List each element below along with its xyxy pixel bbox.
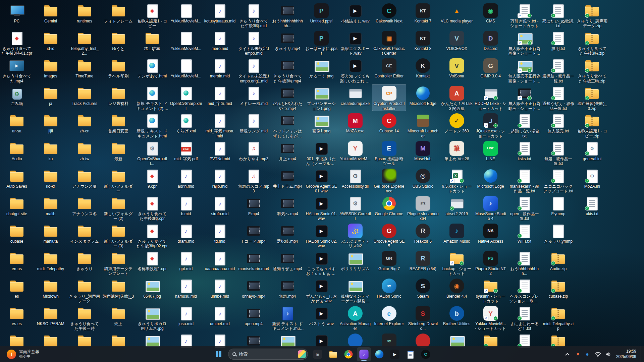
desktop-icon[interactable]: Groove Agent SE 01.wav [305, 167, 338, 194]
desktop-icon[interactable]: バストう.wav [305, 305, 338, 326]
desktop-icon[interactable]: PC [0, 2, 34, 23]
desktop-icon[interactable]: アナウンス冬 [68, 195, 101, 216]
desktop-icon[interactable]: AWSSDK.Core.dll [338, 195, 372, 221]
desktop-icon[interactable]: ✓midi_Telepathy.zip [541, 305, 575, 331]
desktop-icon[interactable]: ✓airset2-2019 [440, 195, 474, 216]
desktop-icon[interactable]: きゅうり食べてた.mp4 [0, 57, 34, 83]
desktop-icon[interactable]: プレゼンテーション1.png [305, 84, 338, 111]
desktop-icon[interactable]: Fコード.mp4 [237, 222, 270, 244]
desktop-icon[interactable]: タイトル未設定.tempo.mid [237, 29, 270, 56]
desktop-icon[interactable]: Mixdown [34, 277, 67, 299]
desktop-icon[interactable]: かるーく.png [305, 57, 338, 78]
widgets-button[interactable]: ! 雷雨注意報 発令中 [4, 348, 42, 360]
desktop-icon[interactable]: 小銭詰まし.wav [338, 2, 372, 23]
desktop-icon[interactable]: ja [34, 84, 67, 106]
taskbar-app-cakewalk-next[interactable]: C [419, 347, 433, 361]
network-button[interactable] [595, 348, 601, 361]
desktop-icon[interactable]: MMoZA.exe [338, 112, 372, 133]
desktop-icon[interactable]: ≈HALion Sonic [372, 277, 406, 299]
desktop-icon[interactable]: 路上駐車 [136, 29, 169, 51]
desktop-icon[interactable]: Microsoft Edge [474, 167, 507, 189]
desktop-icon[interactable]: 新しいフォルダー [102, 167, 135, 194]
desktop-icon[interactable]: AActivation Manager [338, 305, 372, 331]
desktop-icon[interactable]: ✓名称未設定1 - コピー.zip [575, 112, 609, 138]
desktop-icon[interactable]: umibet.mid [203, 305, 236, 326]
desktop-icon[interactable]: きゅうりポカロ用サムネ.jpg [136, 305, 169, 331]
search-box[interactable]: 検索 [228, 349, 308, 360]
desktop-icon[interactable]: cubase [0, 222, 34, 244]
desktop-icon[interactable]: mid_字気.pdf [169, 140, 203, 161]
desktop-icon[interactable]: runtimes [68, 2, 101, 23]
desktop-icon[interactable]: OpenCvSharp.xml [169, 84, 203, 111]
desktop-icon[interactable]: MMuseHub [406, 140, 440, 161]
desktop-icon[interactable]: Gemini [34, 2, 67, 23]
desktop-icon[interactable]: きゅうり食べてた午後3時.cpr [136, 195, 169, 221]
desktop-icon[interactable]: YukkuriMovieM... [169, 2, 203, 23]
search-highlight-image[interactable] [298, 350, 306, 358]
desktop-icon[interactable]: ✓きゅうり_調声用データ.zip [575, 2, 609, 28]
desktop-icon[interactable]: ◉CMS [474, 2, 507, 23]
desktop-icon[interactable]: HALion Sonic 01.wav [305, 195, 338, 221]
desktop-icon[interactable]: レジ袋有料 [102, 84, 135, 106]
desktop[interactable]: PCGeminiruntimesフォトフレーム名称未設定1 - コピーYukku… [0, 0, 644, 362]
desktop-icon[interactable]: テンポあて.html [136, 57, 169, 78]
desktop-icon[interactable]: 選択肢.mp4 [271, 222, 304, 244]
desktop-icon[interactable]: 新しいフォルダー (2) [102, 195, 135, 221]
desktop-icon[interactable]: Auto Saves [0, 167, 34, 189]
desktop-icon[interactable]: ✓説明.txt [541, 29, 575, 51]
desktop-icon[interactable]: NANative Access [474, 222, 507, 244]
desktop-icon[interactable]: ♪MuseScore Studio 4 [474, 195, 507, 221]
desktop-icon[interactable]: GRGuitar Rig 7 [372, 250, 406, 271]
desktop-icon[interactable]: ↗✓HDDFMT.exe - ショートカット [474, 84, 507, 111]
desktop-icon[interactable]: RReaktor 6 [406, 222, 440, 244]
desktop-icon[interactable]: Aかんたん！AITalk 3 関西風 [440, 84, 474, 111]
desktop-icon[interactable]: きゅうり食べてた午後3時-02.cpr [136, 222, 169, 249]
desktop-icon[interactable]: Google Chrome [372, 195, 406, 216]
desktop-icon[interactable]: ✓まにまにわーるど！.txt [508, 305, 541, 331]
desktop-icon[interactable]: VVoiSona [440, 57, 474, 78]
desktop-icon[interactable]: インスタグラム [68, 222, 101, 244]
desktop-icon[interactable]: ✓無人販売.txt [541, 112, 575, 133]
desktop-icon[interactable]: ✓ニコニコバックアップコード.txt [541, 167, 575, 194]
desktop-icon[interactable]: きゅうり食べてた午後3時-01.cpr [0, 29, 34, 56]
desktop-icon[interactable]: ✓MoZA.ini [575, 167, 609, 189]
desktop-icon[interactable]: createdump.exe [338, 84, 372, 106]
desktop-icon[interactable]: b.mid [169, 195, 203, 216]
desktop-icon[interactable]: EEpson 接続診断ツール [372, 140, 406, 166]
desktop-icon[interactable]: CEController Editor [372, 57, 406, 78]
desktop-icon[interactable]: malib [34, 195, 67, 216]
desktop-icon[interactable]: J↗✓JQuake.exe - ショートカット [474, 112, 507, 138]
desktop-icon[interactable]: ◎OBS Studio [406, 167, 440, 189]
desktop-icon[interactable]: ✓調声練習(失敗)_3.zip [575, 84, 609, 111]
desktop-icon[interactable]: hamusu.mid [169, 277, 203, 299]
desktop-icon[interactable]: RREAPER (x64) [406, 250, 440, 271]
desktop-icon[interactable]: 最新 [102, 140, 135, 161]
desktop-icon[interactable]: きゅうり食べてた午後三時 [68, 305, 101, 331]
desktop-icon[interactable]: es [0, 277, 34, 299]
taskbar-app-media-player[interactable]: ▶ [388, 347, 402, 361]
desktop-icon[interactable]: YukkuriMovieM... [169, 29, 203, 51]
clock[interactable]: 19:59 2025/09/09 [616, 349, 636, 359]
desktop-icon[interactable]: 答え知ってても楽しいわこれ.wav [338, 57, 372, 83]
desktop-icon[interactable]: ✓manisekarin - 親作品一覧.txt [508, 167, 541, 194]
taskbar-app-microsoft-edge[interactable] [372, 347, 386, 361]
desktop-icon[interactable]: OpenCvSharp.dll... [136, 140, 169, 166]
desktop-icon[interactable]: KKontakt [406, 57, 440, 78]
desktop-icon[interactable]: わかりやす.mp3 [237, 140, 270, 161]
desktop-icon[interactable]: ✓ノートン 360 [440, 112, 474, 133]
desktop-icon[interactable]: 売上 [102, 305, 135, 326]
desktop-icon[interactable]: TimeTune [68, 57, 101, 78]
desktop-icon[interactable]: ✓選択肢 - 親作品一覧.txt [541, 57, 575, 83]
desktop-icon[interactable]: ✓Audio.zip [541, 250, 575, 271]
desktop-icon[interactable]: open.mp4 [237, 305, 270, 326]
desktop-icon[interactable]: Pおーばーまに.ppsf [305, 29, 338, 56]
desktop-icon[interactable]: PVTNd.mid [203, 140, 236, 161]
taskbar-app-google-chrome[interactable] [341, 347, 356, 361]
desktop-icon[interactable]: meroin.mid [203, 57, 236, 78]
desktop-icon[interactable]: CPCrypton Product Installer [372, 84, 406, 111]
desktop-icon[interactable]: PUntitled.ppsf [305, 2, 338, 23]
desktop-icon[interactable]: midi_Telepathy [34, 250, 67, 271]
desktop-icon[interactable]: PSPiapro Studio NT2 [474, 250, 507, 276]
desktop-icon[interactable]: ずんだもん_しおかぜぁ.wav [305, 277, 338, 304]
tray-app-blue[interactable]: ● [584, 348, 590, 361]
